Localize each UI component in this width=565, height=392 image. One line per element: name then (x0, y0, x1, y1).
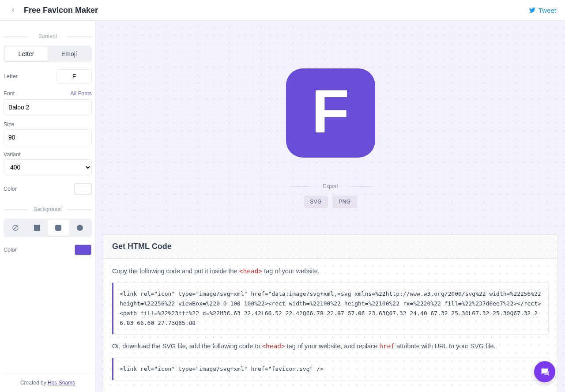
header-left: Free Favicon Maker (9, 6, 98, 15)
content-type-tabs: Letter Emoji (4, 45, 92, 62)
twitter-icon (529, 7, 536, 14)
bg-square[interactable] (26, 220, 48, 236)
tweet-label: Tweet (539, 7, 556, 14)
main: Content Letter Emoji Letter Font All Fon… (0, 21, 565, 392)
export-png-button[interactable]: PNG (332, 196, 357, 208)
author-link[interactable]: Hos Shams (48, 380, 75, 386)
footer-credit: Created by Hos Shams (4, 373, 92, 392)
background-section-label: Background (4, 206, 92, 212)
font-label: Font (4, 90, 15, 97)
circle-icon (77, 225, 83, 231)
sidebar: Content Letter Emoji Letter Font All Fon… (0, 21, 96, 392)
square-icon (34, 225, 40, 231)
rounded-square-icon (55, 225, 61, 231)
back-button[interactable] (9, 6, 18, 15)
bg-color-row: Color (4, 244, 92, 256)
svg-line-1 (14, 226, 17, 230)
letter-input[interactable] (56, 69, 92, 83)
font-input[interactable] (4, 99, 92, 115)
variant-row: Variant (4, 151, 92, 158)
letter-color-swatch[interactable] (74, 183, 92, 195)
background-shape-tabs (4, 219, 92, 237)
bg-none[interactable] (5, 220, 26, 236)
chat-icon (540, 367, 550, 377)
tweet-button[interactable]: Tweet (529, 7, 556, 14)
page-title: Free Favicon Maker (24, 6, 98, 15)
none-icon (12, 224, 19, 231)
size-input[interactable] (4, 129, 92, 145)
letter-color-row: Color (4, 183, 92, 195)
size-label: Size (4, 121, 14, 128)
tab-letter[interactable]: Letter (5, 47, 48, 61)
favicon-preview: F (286, 68, 375, 158)
content-section-label: Content (4, 33, 92, 39)
app-header: Free Favicon Maker Tweet (0, 0, 565, 21)
export-label: Export (96, 183, 565, 189)
preview-wrap: F Export SVG PNG (96, 21, 565, 208)
bg-color-label: Color (4, 247, 17, 253)
created-by-text: Created by (20, 380, 48, 386)
canvas-area: F Export SVG PNG Get HTML Code Copy the … (96, 21, 565, 392)
tab-emoji[interactable]: Emoji (48, 47, 90, 61)
variant-select[interactable]: 400 (4, 159, 92, 175)
font-row: Font All Fonts (4, 90, 92, 97)
letter-row: Letter (4, 69, 92, 83)
favicon-letter: F (312, 80, 350, 142)
bg-circle[interactable] (69, 220, 91, 236)
all-fonts-link[interactable]: All Fonts (70, 90, 92, 97)
export-svg-button[interactable]: SVG (304, 196, 328, 208)
letter-color-label: Color (4, 186, 17, 192)
size-row: Size (4, 121, 92, 128)
letter-label: Letter (4, 73, 18, 79)
chat-widget-button[interactable] (534, 361, 555, 382)
export-buttons: SVG PNG (304, 196, 357, 208)
variant-label: Variant (4, 151, 21, 158)
bg-color-swatch[interactable] (74, 244, 92, 256)
bg-rounded[interactable] (48, 220, 69, 236)
